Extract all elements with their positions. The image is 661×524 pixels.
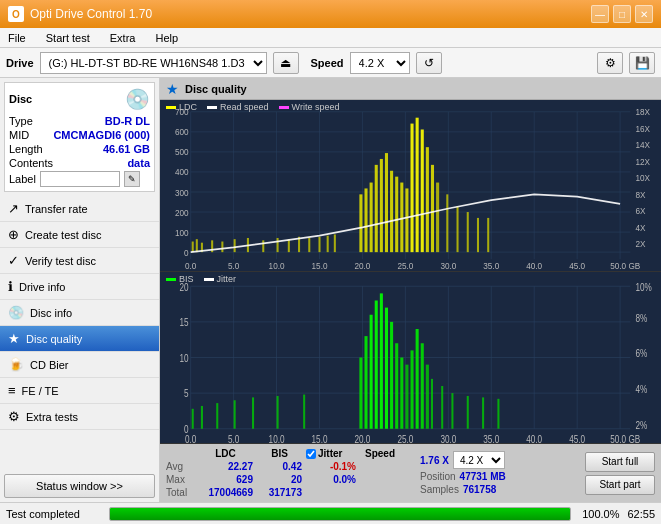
stats-table: LDC BIS Jitter Speed Avg 22.27 0.42 -0.1…: [166, 448, 400, 498]
svg-rect-78: [446, 194, 448, 252]
ldc-chart-svg: 700 600 500 400 300 200 100 0 18X 16X 14…: [160, 100, 661, 271]
start-part-button[interactable]: Start part: [585, 475, 655, 495]
progress-bar-container: Test completed 100.0% 62:55: [0, 502, 661, 524]
svg-rect-47: [192, 242, 194, 253]
settings-button[interactable]: ⚙: [597, 52, 623, 74]
svg-text:45.0: 45.0: [569, 433, 585, 443]
save-button[interactable]: 💾: [629, 52, 655, 74]
speed-stats-select[interactable]: 4.2 X: [453, 451, 505, 469]
verify-test-disc-icon: ✓: [8, 253, 19, 268]
svg-rect-51: [221, 242, 223, 253]
svg-text:5: 5: [184, 387, 189, 400]
svg-rect-71: [405, 188, 408, 252]
svg-rect-63: [364, 188, 367, 252]
svg-text:5.0: 5.0: [228, 260, 239, 271]
svg-text:100: 100: [175, 227, 189, 238]
svg-rect-62: [359, 194, 362, 252]
nav-extra-tests-label: Extra tests: [26, 411, 78, 423]
svg-text:30.0: 30.0: [440, 433, 456, 443]
nav-fe-te[interactable]: ≡ FE / TE: [0, 378, 159, 404]
disc-label-input[interactable]: [40, 171, 120, 187]
label-edit-button[interactable]: ✎: [124, 171, 140, 187]
svg-rect-81: [477, 218, 479, 252]
ldc-legend-ldc: LDC: [166, 102, 197, 112]
speed-select[interactable]: 4.2 X: [350, 52, 410, 74]
svg-rect-133: [390, 322, 393, 429]
readspeed-color-dot: [207, 106, 217, 109]
bis-legend-bis: BIS: [166, 274, 194, 284]
svg-rect-137: [411, 350, 414, 428]
svg-rect-136: [405, 365, 408, 429]
minimize-button[interactable]: —: [591, 5, 609, 23]
svg-text:4X: 4X: [635, 222, 645, 233]
app-icon: O: [8, 6, 24, 22]
menu-extra[interactable]: Extra: [106, 30, 140, 46]
nav-disc-quality[interactable]: ★ Disc quality: [0, 326, 159, 352]
svg-rect-122: [216, 403, 218, 429]
nav-create-test-disc[interactable]: ⊕ Create test disc: [0, 222, 159, 248]
nav-disc-info[interactable]: 💿 Disc info: [0, 300, 159, 326]
titlebar-left: O Opti Drive Control 1.70: [8, 6, 152, 22]
position-value: 47731 MB: [460, 471, 506, 482]
titlebar-controls[interactable]: — □ ✕: [591, 5, 653, 23]
nav-drive-info[interactable]: ℹ Drive info: [0, 274, 159, 300]
svg-rect-120: [192, 409, 194, 429]
position-row: Position 47731 MB: [420, 471, 506, 482]
stats-max-row: Max 629 20 0.0%: [166, 474, 400, 485]
cd-bier-icon: 🍺: [8, 357, 24, 372]
eject-button[interactable]: ⏏: [273, 52, 299, 74]
refresh-button[interactable]: ↺: [416, 52, 442, 74]
svg-text:0.0: 0.0: [185, 433, 197, 443]
svg-rect-69: [395, 177, 398, 252]
drive-select[interactable]: (G:) HL-DT-ST BD-RE WH16NS48 1.D3: [40, 52, 267, 74]
stats-bis-header: BIS: [257, 448, 302, 459]
svg-text:10X: 10X: [635, 173, 650, 184]
svg-rect-141: [431, 379, 433, 429]
svg-text:600: 600: [175, 127, 189, 138]
svg-text:8X: 8X: [635, 189, 645, 200]
svg-rect-129: [370, 315, 373, 429]
svg-text:4%: 4%: [635, 383, 647, 396]
disc-info-icon: 💿: [8, 305, 24, 320]
nav-disc-quality-label: Disc quality: [26, 333, 82, 345]
progress-percent: 100.0%: [579, 508, 619, 520]
svg-text:10.0: 10.0: [269, 433, 285, 443]
disc-icon: 💿: [125, 87, 150, 111]
stats-total-bis: 317173: [257, 487, 302, 498]
svg-rect-142: [441, 386, 443, 429]
svg-text:2%: 2%: [635, 418, 647, 431]
nav-transfer-rate[interactable]: ↗ Transfer rate: [0, 196, 159, 222]
svg-rect-65: [375, 165, 378, 252]
nav-verify-test-disc[interactable]: ✓ Verify test disc: [0, 248, 159, 274]
jitter-label: Jitter: [318, 448, 342, 459]
svg-rect-52: [234, 239, 236, 252]
stats-avg-row: Avg 22.27 0.42 -0.1%: [166, 461, 400, 472]
status-window-button[interactable]: Status window >>: [4, 474, 155, 498]
start-full-button[interactable]: Start full: [585, 452, 655, 472]
jitter-checkbox-label[interactable]: Jitter: [306, 448, 356, 459]
svg-rect-144: [467, 396, 469, 429]
svg-rect-80: [467, 212, 469, 252]
nav-cd-bier[interactable]: 🍺 CD Bier: [0, 352, 159, 378]
jitter-checkbox[interactable]: [306, 449, 316, 459]
svg-text:35.0: 35.0: [483, 433, 499, 443]
nav-transfer-rate-label: Transfer rate: [25, 203, 88, 215]
svg-text:0.0: 0.0: [185, 260, 196, 271]
nav-extra-tests[interactable]: ⚙ Extra tests: [0, 404, 159, 430]
menu-help[interactable]: Help: [151, 30, 182, 46]
menu-start-test[interactable]: Start test: [42, 30, 94, 46]
svg-text:40.0: 40.0: [526, 433, 542, 443]
menu-file[interactable]: File: [4, 30, 30, 46]
transfer-rate-icon: ↗: [8, 201, 19, 216]
close-button[interactable]: ✕: [635, 5, 653, 23]
disc-contents-value: data: [127, 157, 150, 169]
svg-text:18X: 18X: [635, 107, 650, 118]
fe-te-icon: ≡: [8, 383, 16, 398]
progress-bar: [109, 507, 571, 521]
stats-max-bis: 20: [257, 474, 302, 485]
position-label: Position: [420, 471, 456, 482]
stats-max-ldc: 629: [198, 474, 253, 485]
svg-rect-61: [334, 234, 336, 252]
svg-rect-48: [196, 239, 198, 252]
maximize-button[interactable]: □: [613, 5, 631, 23]
